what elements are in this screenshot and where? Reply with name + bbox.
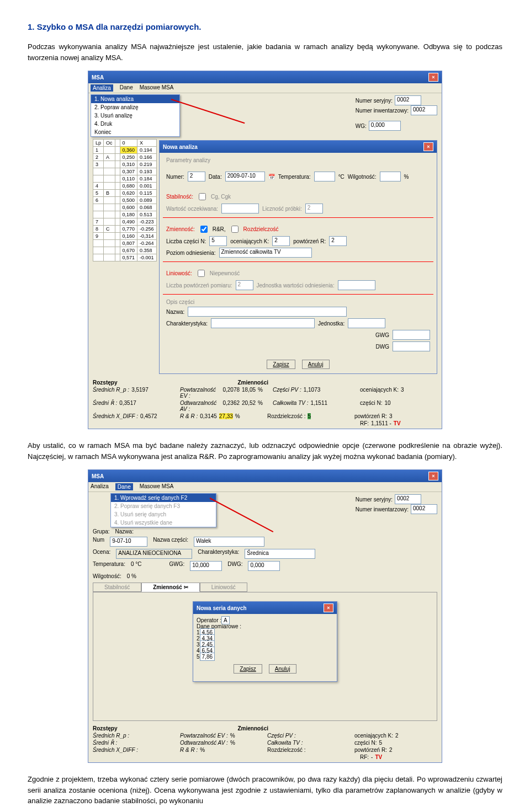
cb-rozdz[interactable]: [231, 226, 239, 233]
menubar: Analiza Dane Masowe MSA: [88, 83, 442, 93]
zapisz-button[interactable]: Zapisz: [267, 360, 295, 369]
close-icon[interactable]: ×: [423, 142, 433, 151]
tab-stab[interactable]: Stabilność: [93, 583, 141, 592]
label-gwg: GWG:: [169, 561, 184, 571]
menu-popraw-serie[interactable]: 2. Popraw serię danych F3: [111, 502, 216, 510]
input-lcz[interactable]: 5: [209, 236, 227, 246]
label-zm: Zmienność:: [166, 226, 195, 232]
label-nazwa: Nazwa:: [115, 528, 134, 535]
unit-temp: °C: [338, 174, 344, 180]
input-licz[interactable]: 2: [305, 204, 323, 213]
label-numser: Numer seryjny:: [356, 98, 393, 104]
label-jed: Jednostka:: [318, 320, 344, 327]
input-char[interactable]: [211, 318, 315, 328]
val-char: Średnica: [245, 549, 315, 559]
label-naz: Nazwa:: [166, 309, 184, 315]
zapisz-button[interactable]: Zapisz: [234, 664, 262, 674]
label-wg: WG:: [356, 123, 367, 129]
menu-popraw[interactable]: 2. Popraw analizę: [91, 103, 179, 111]
msa-window-1: MSA × Analiza Dane Masowe MSA 1. Nowa an…: [88, 71, 442, 429]
para1: Podczas wykonywania analizy MSA najważni…: [28, 41, 502, 63]
input-ock[interactable]: 2: [272, 236, 290, 246]
menu-koniec[interactable]: Koniec: [91, 128, 179, 136]
menu-nowa-analiza[interactable]: 1. Nowa analiza: [91, 95, 179, 103]
label-licz: Liczność próbki:: [262, 206, 302, 212]
input-dwg[interactable]: [393, 341, 430, 351]
label-lp: Liczba powtórzeń pomiaru:: [166, 282, 232, 289]
nowa-analiza-dialog: Nowa analiza × Parametry analizy Numer:2…: [159, 140, 437, 374]
summary-2: RozstępyZmienności Średnich R_p : Powtar…: [93, 725, 437, 760]
menu-analiza[interactable]: Analiza: [91, 483, 109, 490]
para3: Zgodnie z projektem, trzeba wykonać czte…: [28, 774, 502, 806]
unit-wilg: %: [404, 174, 409, 180]
val-dwg: 0,000: [248, 561, 280, 571]
label-wilg: Wilgotność:: [348, 174, 377, 180]
input-naz[interactable]: [188, 307, 347, 317]
tab-zm[interactable]: Zmienność ✂: [141, 583, 200, 592]
input-gwg[interactable]: [393, 330, 430, 340]
calendar-icon[interactable]: 📅: [268, 174, 275, 180]
menu-usun[interactable]: 3. Usuń analizę: [91, 111, 179, 120]
menu-analiza[interactable]: Analiza: [91, 84, 113, 92]
window-title: MSA: [92, 74, 104, 81]
label-numer: Numer:: [166, 174, 184, 180]
label-char: Charakterystyka:: [198, 549, 239, 559]
input-wilg[interactable]: [380, 172, 401, 181]
menu-masowe[interactable]: Masowe MSA: [140, 483, 174, 490]
input-poz[interactable]: Zmienność całkowita TV: [219, 248, 312, 258]
val-ocena: ANALIZA NIEOCENIONA: [116, 549, 192, 559]
cb-lin[interactable]: [198, 270, 205, 277]
tab-lin[interactable]: Liniowość: [200, 583, 247, 592]
msa-window-2: MSA × Analiza Dane Masowe MSA 1. Wprowad…: [88, 469, 442, 763]
menu-dane[interactable]: Dane: [120, 84, 133, 92]
label-temp: Temperatura:: [93, 561, 125, 571]
titlebar: MSA ×: [88, 470, 442, 482]
scissors-icon: ✂: [184, 584, 188, 590]
input-temp[interactable]: [314, 172, 335, 181]
anuluj-button[interactable]: Anuluj: [302, 360, 330, 369]
close-icon[interactable]: ×: [428, 472, 438, 480]
menu-usun-serie[interactable]: 3. Usuń serię danych: [111, 510, 216, 519]
menu-usun-ws[interactable]: 4. Usuń wszystkie dane: [111, 519, 216, 527]
close-icon[interactable]: ×: [324, 603, 333, 612]
label-nazcz: Nazwa części:: [153, 537, 188, 547]
cb-rr[interactable]: [200, 226, 208, 233]
val-wg: 0,000: [369, 121, 401, 131]
label-poz: Poziom odniesienia:: [166, 250, 216, 256]
input-jw[interactable]: [338, 280, 375, 290]
menu-wprowadz[interactable]: 1. Wprowadź serię danych F2: [111, 494, 216, 502]
cb-rr-label: R&R,: [213, 226, 226, 232]
input-lp[interactable]: 2: [236, 280, 253, 290]
val-numinw: 0002: [411, 504, 437, 514]
label-stab: Stabilność:: [166, 194, 193, 200]
input-data[interactable]: 2009-07-10: [225, 172, 265, 181]
cb-rozdz-label: Rozdzielczość: [243, 226, 279, 232]
cb-stab[interactable]: [199, 193, 206, 200]
label-dwg: DWG:: [227, 561, 242, 571]
label-num: Num: [93, 537, 104, 547]
val-gwg: 10,000: [190, 561, 222, 571]
para2: Aby ustalić, co w ramach MSA ma być bada…: [28, 440, 502, 462]
label-gwg: GWG: [375, 332, 389, 338]
input-numer[interactable]: 2: [188, 172, 205, 181]
menu-masowe[interactable]: Masowe MSA: [140, 84, 174, 92]
label-data: Data:: [209, 174, 222, 180]
menu-druk[interactable]: 4. Druk: [91, 120, 179, 128]
menu-dane[interactable]: Dane: [115, 483, 133, 490]
val-temp: 0 °C: [131, 561, 142, 571]
cb-lin-label: Niepewność: [210, 270, 240, 276]
label-numinw: Numer inwentarzowy:: [356, 108, 409, 114]
label-lcz: Liczba części N:: [166, 238, 206, 244]
input-jed[interactable]: [348, 318, 385, 328]
label-jw: Jednostka wartości odniesienia:: [257, 282, 335, 289]
section-param: Parametry analizy: [163, 155, 433, 165]
heading: 1. Szybko o MSA dla narzędzi pomiarowych…: [28, 22, 502, 31]
nowa-seria-dialog: Nowa seria danych × Operator :A Dane pom…: [193, 601, 337, 682]
close-icon[interactable]: ×: [428, 73, 438, 82]
anuluj-button[interactable]: Anuluj: [269, 664, 296, 674]
label-wart: Wartość oczekiwana:: [166, 206, 218, 212]
cb-stab-label: Cg, Cgk: [211, 194, 231, 200]
input-pwr[interactable]: 2: [329, 236, 347, 246]
label-dwg: DWG: [376, 344, 389, 350]
input-wart[interactable]: [221, 204, 259, 213]
